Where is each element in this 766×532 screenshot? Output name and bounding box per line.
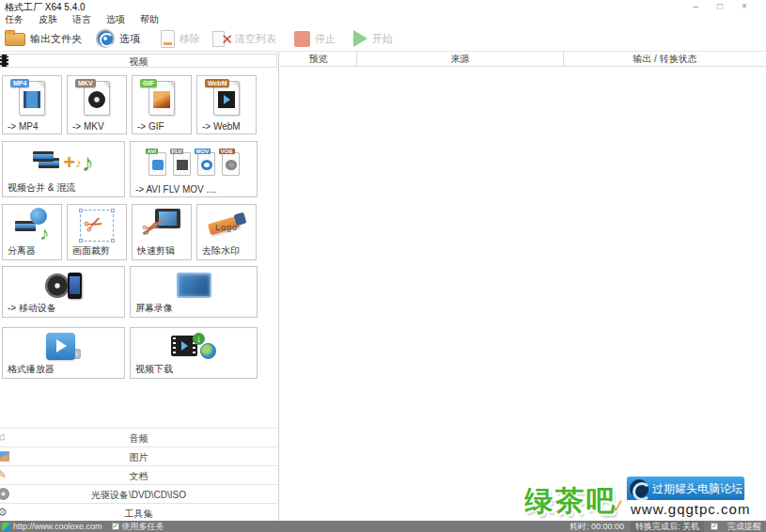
tile-row-3: ♪ 分离器 ✂ 画面裁剪 ✂ 快速剪辑 Logo 去除水印 [2,204,257,260]
tile-screen-record[interactable]: 屏幕录像 [130,266,258,318]
category-disc-label: 光驱设备\DVD\CD\ISO [0,489,277,502]
tile-label: -> AVI FLV MOV .... [135,184,217,195]
category-picture-label: 图片 [0,451,277,464]
output-folder-button[interactable]: 输出文件夹 [5,31,82,46]
sidebar: 视频 MP4 -> MP4 MKV -> MKV GIF -> GIF [0,52,279,521]
watermark-forum-badge: 过期罐头电脑论坛 [627,477,744,501]
menu-options[interactable]: 选项 [99,12,133,26]
column-output-status[interactable]: 输出 / 转换状态 [564,52,766,66]
start-button[interactable]: 开始 [353,30,393,47]
category-picture[interactable]: 图片 [0,446,277,465]
mkv-file-icon: MKV [77,79,117,118]
multitask-checkbox[interactable] [112,523,119,530]
tile-video-merge[interactable]: + ♪ ♪ 视频合并 & 混流 [2,141,125,197]
gear-icon [96,29,115,48]
crop-icon: ✂ [80,210,114,242]
output-folder-label: 输出文件夹 [30,32,82,46]
options-button[interactable]: 选项 [96,29,140,48]
folder-icon [5,33,25,46]
menu-task[interactable]: 任务 [0,12,31,26]
tile-mobile-device[interactable]: -> 移动设备 [2,266,125,318]
tile-label: 屏幕录像 [135,302,173,315]
task-list-header: 预览 来源 输出 / 转换状态 [280,52,766,67]
close-button[interactable]: × [738,0,751,12]
stop-label: 停止 [315,32,336,46]
options-label: 选项 [119,32,140,46]
download-arrow-icon: ↓ [193,333,205,345]
tile-label: -> MKV [72,121,104,132]
start-label: 开始 [372,32,393,46]
tile-label: 画面裁剪 [72,244,110,258]
category-audio[interactable]: ♫ 音频 [0,428,277,446]
tile-label: 格式播放器 [8,363,55,376]
phone-icon [68,273,82,299]
tile-label: -> 移动设备 [8,302,56,315]
category-audio-label: 音频 [0,432,277,446]
tile-remove-watermark[interactable]: Logo 去除水印 [196,204,257,260]
remove-label: 移除 [180,32,200,46]
category-document-label: 文档 [0,470,277,483]
tile-to-mkv[interactable]: MKV -> MKV [67,75,127,134]
column-preview[interactable]: 预览 [280,52,357,66]
tile-row-5: 格式播放器 ↓ 视频下载 [2,327,258,379]
menu-help[interactable]: 帮助 [133,12,166,26]
clear-list-label: 清空列表 [235,32,276,46]
reminder-label: 完成提醒 [727,521,761,532]
remove-page-icon [161,30,175,48]
mobile-device-icon [3,268,124,303]
tile-crop[interactable]: ✂ 画面裁剪 [67,204,127,260]
tile-to-avi-flv-mov[interactable]: AVI FLV MOV VOB -> AVI FLV MOV .... [130,141,258,197]
tile-to-mp4[interactable]: MP4 -> MP4 [2,75,62,134]
stop-icon [294,31,310,47]
column-source[interactable]: 来源 [357,52,564,66]
multitask-label: 使用多任务 [122,521,164,532]
minimize-button[interactable]: – [689,0,702,12]
menu-language[interactable]: 语言 [65,12,99,26]
clear-list-button[interactable]: ✕ 清空列表 [212,30,276,48]
tile-quick-clip[interactable]: ✂ 快速剪辑 [132,204,192,260]
stop-button[interactable]: 停止 [294,31,336,47]
quick-clip-icon: ✂ [141,209,182,243]
tile-label: 快速剪辑 [137,244,175,258]
category-toolset[interactable]: ⚙ 工具集 [0,503,277,521]
category-disc-dvd-cd-iso[interactable]: 光驱设备\DVD\CD\ISO [0,484,277,503]
disc-icon [45,274,70,298]
play-icon [353,30,367,47]
remove-button[interactable]: 移除 [161,30,200,48]
gif-file-icon: GIF [142,79,181,118]
gif-badge: GIF [140,79,157,87]
tile-format-player[interactable]: 格式播放器 [2,327,125,379]
reminder-checkbox[interactable] [711,523,718,530]
globe-icon [200,343,216,359]
mp4-file-icon: MP4 [12,79,52,118]
maximize-button[interactable]: □ [713,0,727,12]
elapsed-time-label: 耗时: 00:00:00 [570,521,624,532]
logo-text: Logo [215,223,238,232]
tile-label: 视频下载 [135,363,173,376]
category-video-header[interactable]: 视频 [0,54,277,68]
plus-icon: + [63,152,75,173]
watermark-check-icon: ✓ [609,494,627,518]
multi-format-icon: AVI FLV MOV VOB [147,149,242,178]
tile-splitter[interactable]: ♪ 分离器 [2,204,62,260]
tile-to-webm[interactable]: WebM -> WebM [196,75,257,134]
statusbar-right-group: 耗时: 00:00:00 转换完成后: 关机 完成提醒 [570,521,761,532]
scissors-icon: ✂ [80,208,109,242]
tile-to-gif[interactable]: GIF -> GIF [132,75,192,134]
menu-skin[interactable]: 皮肤 [31,12,65,26]
statusbar-url-link[interactable]: http://www.coolexe.com [13,522,102,531]
tile-video-download[interactable]: ↓ 视频下载 [130,327,258,379]
tile-row-4: -> 移动设备 屏幕录像 [2,266,258,318]
clear-list-icon: ✕ [212,30,230,48]
player-icon [3,329,124,364]
watermark-forum-url: www.gqgtpc.com [628,500,753,518]
watermark-site-name: 绿茶吧 [524,482,617,521]
category-document[interactable]: ✎ 文档 [0,465,277,484]
menu-bar: 任务 皮肤 语言 选项 帮助 [0,12,766,26]
category-video-label: 视频 [1,55,276,69]
status-bar: http://www.coolexe.com 使用多任务 耗时: 00:00:0… [0,521,766,532]
tile-row-2: + ♪ ♪ 视频合并 & 混流 AVI FLV MOV VOB -> AVI F… [2,141,258,197]
tile-label: 分离器 [8,244,36,258]
tile-label: -> WebM [202,121,241,132]
after-done-label[interactable]: 转换完成后: 关机 [631,521,704,532]
